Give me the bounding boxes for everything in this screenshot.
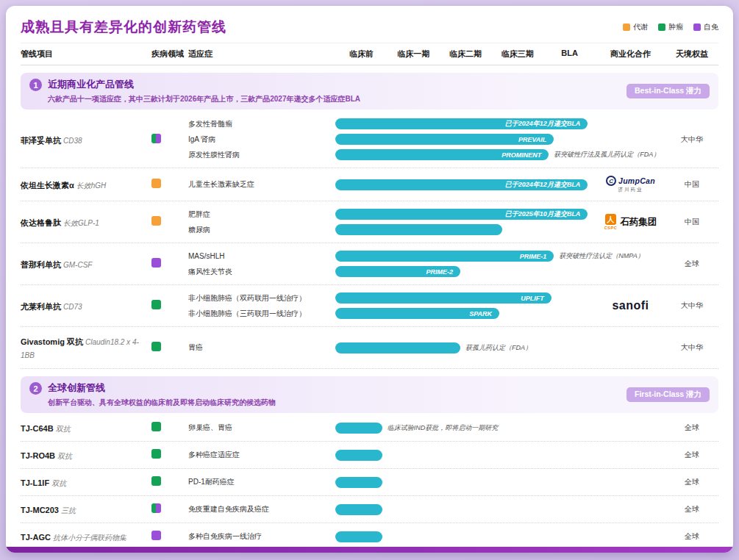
project-name-target: 双抗: [57, 452, 72, 460]
project-name: 依达格鲁肽长效GLP-1: [21, 215, 151, 229]
project-name-main: 尤莱利单抗: [21, 302, 61, 311]
project-name-main: 依坦生长激素α: [21, 181, 74, 190]
column-header-indication: 适应症: [188, 49, 335, 60]
phase-track: [335, 224, 596, 235]
disease-area-legend: 代谢肿瘤自免: [623, 18, 718, 32]
indication-label: MAS/sHLH: [188, 252, 335, 260]
jumpcan-logo-icon: C: [606, 176, 616, 186]
phase-bar-label: SPARK: [469, 310, 492, 317]
project-name-target: CD38: [63, 137, 82, 145]
legend-swatch-autoimmune: [693, 24, 701, 31]
disease-area-chip: [151, 476, 161, 486]
pipeline-sections: 1近期商业化产品管线六款产品十一项适应症，其中三款计划于2026年产品上市，三款…: [21, 73, 718, 550]
cspc-abbrev: CSPC: [604, 226, 617, 230]
column-header-phase: 临床前: [335, 49, 388, 60]
phase-progress-bar: PROMINENT: [335, 149, 549, 160]
project-name: Givastomig 双抗Claudin18.2 x 4-1BB: [21, 334, 151, 361]
phase-bar-label: PRIME-2: [426, 268, 453, 276]
rights-value: 全球: [665, 423, 718, 433]
legend-item-oncology: 肿瘤: [658, 22, 683, 32]
rights-value: 全球: [665, 477, 718, 487]
indication-line: PD-1耐药癌症: [188, 477, 596, 488]
project-name-target: 长效GLP-1: [63, 219, 99, 227]
pipeline-row: 尤莱利单抗CD73非小细胞肺癌（双药联用一线治疗）UPLIFT非小细胞肺癌（三药…: [21, 285, 718, 327]
section-header-left: 2全球创新管线创新平台驱动、具有全球权益的临床前及即将启动临床研究的候选药物: [29, 381, 276, 408]
partner-logo-jumpcan: CJumpCan济川药业: [606, 176, 655, 193]
column-header-disease-area: 疾病领域: [151, 49, 188, 60]
pipeline-row: 依坦生长激素α长效hGH儿童生长激素缺乏症已于2024年12月递交BLACJum…: [21, 168, 718, 201]
column-header-phase: 临床三期: [491, 49, 543, 60]
phase-bar-label: 已于2024年12月递交BLA: [505, 119, 581, 129]
indication-line: 胃癌获孤儿药认定（FDA）: [188, 342, 596, 353]
phase-track: PREVAIL: [335, 134, 596, 145]
project-name: 菲泽妥单抗CD38: [21, 133, 151, 146]
rights-value: 全球: [665, 504, 718, 514]
designation-note: 临床试验IND获批，即将启动一期研究: [388, 423, 499, 433]
project-name: 尤莱利单抗CD73: [21, 299, 151, 312]
project-name: TJ-AGC抗体小分子偶联药物集: [21, 530, 151, 543]
rights-value: 大中华: [665, 134, 718, 145]
disease-area-chip: [151, 449, 161, 459]
project-name-main: TJ-RO4B: [21, 451, 55, 460]
page-background: 成熟且具有差异化的创新药管线 代谢肿瘤自免 管线项目疾病领域适应症临床前临床一期…: [0, 0, 739, 560]
phase-progress-bar: [335, 342, 460, 353]
column-header-rights: 天境权益: [665, 49, 718, 60]
section-potential-badge: Best-in-Class 潜力: [626, 84, 710, 98]
indication-label: 非小细胞肺癌（双药联用一线治疗）: [188, 293, 335, 304]
project-name: TJ-RO4B双抗: [21, 448, 151, 462]
section-title: 全球创新管线: [48, 381, 276, 395]
indication-line: 多种癌症适应症: [188, 450, 596, 461]
phase-track: 已于2024年12月递交BLA: [335, 179, 596, 190]
cspc-name: 石药集团: [620, 216, 657, 229]
project-name-target: 长效hGH: [76, 182, 107, 190]
pipeline-card: 成熟且具有差异化的创新药管线 代谢肿瘤自免 管线项目疾病领域适应症临床前临床一期…: [6, 6, 733, 553]
project-name: TJ-L1IF双抗: [21, 475, 151, 489]
pipeline-row: 依达格鲁肽长效GLP-1肥胖症已于2025年10月递交BLA糖尿病人CSPC石药…: [21, 201, 718, 243]
phase-progress-bar: [335, 477, 382, 488]
page-title: 成熟且具有差异化的创新药管线: [21, 18, 226, 37]
column-header-partner: 商业化合作: [596, 49, 665, 60]
phase-progress-bar: [335, 450, 382, 461]
phase-bar-label: 已于2025年10月递交BLA: [505, 209, 581, 219]
section-subtitle: 六款产品十一项适应症，其中三款计划于2026年产品上市，三款产品2027年递交多…: [48, 94, 360, 104]
disease-area-chip: [151, 179, 161, 188]
rights-value: 中国: [665, 179, 718, 190]
indication-line: 儿童生长激素缺乏症已于2024年12月递交BLA: [188, 179, 596, 190]
indication-label: 痛风性关节炎: [188, 267, 335, 277]
indication-label: 多种癌症适应症: [188, 450, 335, 460]
project-name-target: 三抗: [61, 506, 76, 514]
jumpcan-wordmark: CJumpCan: [606, 176, 655, 186]
legend-label: 代谢: [633, 22, 648, 32]
phase-progress-bar: 已于2025年10月递交BLA: [335, 209, 588, 220]
indication-line: 免疫重建自免疾病及癌症: [188, 504, 596, 515]
disease-area-chip: [151, 422, 161, 431]
phase-track: SPARK: [335, 308, 596, 319]
phase-track: 已于2024年12月递交BLA: [335, 118, 596, 129]
indication-line: 卵巢癌、胃癌临床试验IND获批，即将启动一期研究: [188, 423, 596, 434]
disease-area-chip: [151, 342, 161, 351]
phase-bar-label: PRIME-1: [520, 253, 547, 260]
project-name-target: GM-CSF: [63, 261, 92, 269]
indication-line: MAS/sHLHPRIME-1获突破性疗法认定（NMPA）: [188, 251, 596, 262]
phase-progress-bar: UPLIFT: [335, 292, 551, 304]
section-header: 1近期商业化产品管线六款产品十一项适应症，其中三款计划于2026年产品上市，三款…: [21, 73, 718, 110]
pipeline-row: TJ-MC203三抗免疫重建自免疾病及癌症全球: [21, 496, 718, 523]
bottom-accent-bar: [6, 547, 733, 553]
partner-logo-sanofi: sanofi: [612, 299, 649, 312]
project-name-main: 菲泽妥单抗: [21, 136, 61, 145]
designation-note: 获突破性疗法认定（NMPA）: [559, 251, 643, 261]
indication-label: IgA 肾病: [188, 134, 335, 145]
phase-track: UPLIFT: [335, 292, 596, 304]
legend-swatch-oncology: [658, 24, 665, 31]
section-number: 1: [29, 79, 42, 91]
disease-area-chip: [151, 503, 161, 513]
phase-progress-bar: [335, 504, 382, 515]
project-name-target: CD73: [63, 303, 82, 311]
pipeline-row: TJ-C64B双抗卵巢癌、胃癌临床试验IND获批，即将启动一期研究全球: [21, 414, 718, 442]
project-name-main: Givastomig 双抗: [21, 337, 83, 346]
indication-line: 多种自免疾病一线治疗: [188, 531, 596, 542]
indication-label: PD-1耐药癌症: [188, 477, 335, 487]
rights-value: 大中华: [665, 342, 718, 353]
indication-label: 原发性膜性肾病: [188, 150, 335, 160]
pipeline-row: Givastomig 双抗Claudin18.2 x 4-1BB胃癌获孤儿药认定…: [21, 327, 718, 369]
